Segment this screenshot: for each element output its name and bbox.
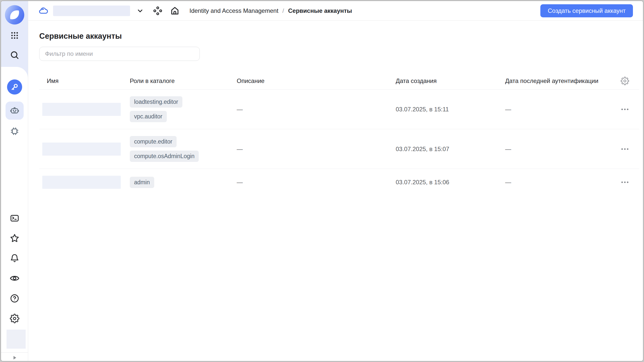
column-header-roles: Роли в каталоге: [130, 77, 233, 84]
breadcrumb-separator: /: [283, 7, 284, 14]
role-badge: loadtesting.editor: [130, 96, 182, 108]
sidebar-item-services-grid[interactable]: [9, 30, 20, 41]
breadcrumb-iam-link[interactable]: Identity and Access Management: [189, 7, 278, 14]
chevron-down-icon: [136, 7, 144, 15]
terminal-icon: [10, 213, 19, 223]
home-icon: [170, 6, 180, 16]
ellipsis-icon: [621, 109, 623, 110]
sidebar-item-cli[interactable]: [9, 213, 20, 224]
created-date: 03.07.2025, в 15:11: [396, 106, 505, 113]
sidebar-item-search[interactable]: [9, 50, 20, 61]
folder-name-redacted: [53, 6, 130, 16]
description-value: —: [237, 146, 395, 153]
column-header-name: Имя: [47, 77, 126, 84]
help-icon: [10, 294, 19, 303]
sidebar-item-iam-active[interactable]: [7, 79, 22, 95]
ellipsis-icon: [621, 182, 623, 183]
yandex-cloud-logo[interactable]: [4, 4, 25, 26]
redacted-account-name: [42, 103, 121, 116]
sidebar-item-notifications[interactable]: [9, 253, 20, 264]
table-row: admin — 03.07.2025, в 15:06 —: [39, 169, 639, 196]
description-value: —: [237, 179, 395, 186]
sidebar-divider: [1, 352, 28, 353]
sidebar-item-service-accounts[interactable]: [6, 102, 24, 120]
row-menu-button[interactable]: [619, 106, 631, 113]
service-accounts-table: Имя Роли в каталоге Описание Дата создан…: [39, 72, 639, 196]
name-filter-input[interactable]: [39, 47, 200, 61]
robot-icon: [10, 106, 20, 116]
role-badge: vpc.auditor: [130, 111, 167, 122]
sidebar: [1, 1, 28, 361]
table-row: loadtesting.editor vpc.auditor — 03.07.2…: [39, 89, 639, 129]
created-date: 03.07.2025, в 15:07: [396, 146, 505, 153]
app-window: Identity and Access Management / Сервисн…: [1, 1, 643, 361]
last-auth-value: —: [505, 146, 610, 153]
key-icon: [10, 83, 19, 91]
sidebar-item-monitoring[interactable]: [9, 273, 20, 284]
gear-icon: [621, 77, 629, 85]
page-title: Сервисные аккаунты: [39, 32, 639, 41]
user-avatar-placeholder[interactable]: [7, 330, 26, 349]
folder-switcher[interactable]: [38, 6, 144, 16]
eye-icon: [10, 273, 20, 283]
table-row: compute.editor compute.osAdminLogin — 03…: [39, 129, 639, 169]
topbar: Identity and Access Management / Сервисн…: [28, 1, 643, 21]
gear-icon: [10, 314, 19, 323]
row-menu-button[interactable]: [619, 146, 631, 152]
role-badge: compute.osAdminLogin: [130, 151, 199, 162]
column-header-last-auth: Дата последней аутентификации: [505, 77, 610, 84]
sidebar-item-hardware[interactable]: [9, 126, 20, 137]
services-grid-icon: [10, 31, 19, 40]
table-header: Имя Роли в каталоге Описание Дата создан…: [39, 72, 639, 89]
table-settings-button[interactable]: [621, 77, 629, 85]
ellipsis-icon: [621, 148, 623, 150]
bell-icon: [10, 253, 19, 263]
redacted-account-name: [42, 143, 121, 156]
sidebar-item-help[interactable]: [9, 293, 20, 304]
sidebar-item-favorites[interactable]: [9, 233, 20, 244]
last-auth-value: —: [505, 179, 610, 186]
role-badge: compute.editor: [130, 136, 177, 147]
row-menu-button[interactable]: [619, 179, 631, 186]
column-header-description: Описание: [237, 77, 395, 84]
search-icon: [10, 50, 19, 60]
breadcrumb: Identity and Access Management / Сервисн…: [189, 7, 352, 14]
cloud-logo-icon: [4, 4, 25, 26]
all-services-button[interactable]: [153, 6, 163, 16]
chip-icon: [10, 126, 20, 136]
sidebar-item-settings[interactable]: [9, 313, 20, 324]
redacted-account-name: [42, 176, 121, 189]
nodes-icon: [153, 6, 163, 16]
cloud-icon: [38, 6, 49, 16]
description-value: —: [237, 106, 395, 113]
role-badge: admin: [130, 177, 154, 188]
create-service-account-button[interactable]: Создать сервисный аккаунт: [540, 4, 633, 17]
breadcrumb-current-page: Сервисные аккаунты: [288, 7, 352, 14]
created-date: 03.07.2025, в 15:06: [396, 179, 505, 186]
last-auth-value: —: [505, 106, 610, 113]
star-icon: [10, 233, 19, 243]
home-button[interactable]: [170, 6, 180, 16]
expand-arrow-icon: [11, 354, 18, 361]
column-header-created: Дата создания: [396, 77, 505, 84]
main-content: Сервисные аккаунты Имя Роли в каталоге О…: [28, 21, 643, 361]
sidebar-expand-button[interactable]: [1, 353, 28, 361]
